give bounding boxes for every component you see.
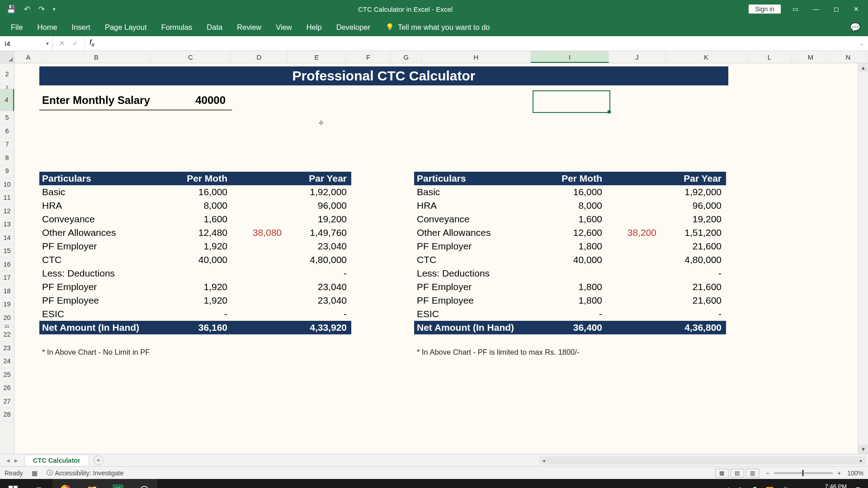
col-header-K[interactable]: K — [665, 51, 747, 63]
row-header-4[interactable]: 4 — [0, 89, 14, 111]
row-header-23[interactable]: 23 — [0, 342, 14, 355]
ribbon-tab-page-layout[interactable]: Page Layout — [98, 19, 154, 36]
col-header-C[interactable]: C — [151, 51, 231, 63]
tab-nav-prev-icon[interactable]: ◂ — [6, 457, 10, 464]
row-header-5[interactable]: 5 — [0, 111, 14, 125]
col-header-J[interactable]: J — [609, 51, 665, 63]
add-sheet-button[interactable]: + — [94, 455, 104, 465]
row-header-25[interactable]: 25 — [0, 368, 14, 382]
row-header-20[interactable]: 20 — [0, 311, 14, 325]
redo-icon[interactable]: ↷ — [38, 5, 45, 14]
row-header-26[interactable]: 26 — [0, 381, 14, 395]
row-header-21[interactable]: 21 — [0, 324, 14, 328]
macro-record-icon[interactable]: ▦ — [32, 469, 38, 477]
maximize-icon[interactable]: ◻ — [831, 5, 842, 13]
cancel-formula-icon[interactable]: ✕ — [59, 39, 65, 47]
close-icon[interactable]: ✕ — [851, 5, 862, 13]
row-header-28[interactable]: 28 — [0, 408, 14, 422]
ribbon-tab-formulas[interactable]: Formulas — [154, 19, 200, 36]
row-header-15[interactable]: 15 — [0, 244, 14, 258]
tab-nav-next-icon[interactable]: ▸ — [14, 457, 18, 464]
page-layout-view-button[interactable]: ▤ — [731, 469, 744, 478]
row-header-6[interactable]: 6 — [0, 125, 14, 138]
row-header-27[interactable]: 27 — [0, 395, 14, 408]
ribbon-tab-home[interactable]: Home — [30, 19, 65, 36]
col-header-F[interactable]: F — [346, 51, 391, 63]
row-header-3[interactable]: 3 — [0, 85, 14, 89]
minimize-icon[interactable]: — — [810, 5, 822, 13]
col-header-A[interactable]: A — [14, 51, 42, 63]
qat-customize-icon[interactable]: ▾ — [53, 6, 56, 12]
col-header-G[interactable]: G — [391, 51, 422, 63]
fx-icon[interactable]: fx — [85, 38, 99, 48]
row-header-8[interactable]: 8 — [0, 151, 14, 165]
col-header-E[interactable]: E — [288, 51, 346, 63]
col-header-L[interactable]: L — [747, 51, 792, 63]
expand-formula-bar-icon[interactable]: ⌄ — [855, 41, 868, 47]
ribbon-tab-view[interactable]: View — [269, 19, 299, 36]
col-header-I[interactable]: I — [531, 51, 609, 63]
taskbar-explorer[interactable]: 📁 — [79, 479, 105, 488]
ribbon-tab-data[interactable]: Data — [199, 19, 230, 36]
sheet-tab-active[interactable]: CTC Calculator — [24, 455, 89, 466]
share-icon[interactable]: 💬 — [850, 22, 861, 33]
sign-in-button[interactable]: Sign in — [749, 5, 781, 14]
ribbon-display-icon[interactable]: ▭ — [790, 5, 801, 13]
chevron-down-icon[interactable]: ▼ — [45, 41, 50, 46]
horizontal-scrollbar[interactable]: ◂ ▸ — [540, 456, 865, 465]
zoom-level[interactable]: 100% — [847, 469, 863, 477]
row-header-16[interactable]: 16 — [0, 258, 14, 272]
scroll-up-icon[interactable]: ▲ — [859, 63, 868, 72]
row-header-19[interactable]: 19 — [0, 298, 14, 311]
ribbon-tab-developer[interactable]: Developer — [329, 19, 377, 36]
zoom-slider[interactable] — [774, 472, 833, 474]
scroll-left-icon[interactable]: ◂ — [540, 456, 548, 465]
taskbar-obs[interactable]: ◯ — [131, 479, 157, 488]
vertical-scrollbar[interactable]: ▲ ▼ — [858, 63, 868, 454]
active-cell-selection[interactable] — [533, 90, 610, 113]
normal-view-button[interactable]: ▦ — [715, 469, 729, 478]
page-break-view-button[interactable]: ▥ — [746, 469, 760, 478]
ribbon-tab-file[interactable]: File — [4, 19, 30, 36]
row-header-18[interactable]: 18 — [0, 285, 14, 298]
salary-entry-value[interactable]: 40000 — [195, 94, 232, 107]
enter-formula-icon[interactable]: ✓ — [72, 39, 78, 47]
row-header-13[interactable]: 13 — [0, 218, 14, 231]
scroll-down-icon[interactable]: ▼ — [859, 445, 868, 454]
row-header-9[interactable]: 9 — [0, 164, 14, 178]
tray-clock[interactable]: 7:46 PM 04-04-2023 — [817, 483, 847, 488]
col-header-D[interactable]: D — [231, 51, 288, 63]
start-button[interactable] — [0, 479, 26, 488]
table-row: ESIC-- — [414, 307, 726, 321]
name-box[interactable]: I4 ▼ — [0, 36, 53, 51]
accessibility-status[interactable]: Accessibility: Investigate — [55, 469, 123, 477]
ribbon-tab-help[interactable]: Help — [299, 19, 329, 36]
zoom-in-button[interactable]: + — [837, 469, 841, 477]
row-header-24[interactable]: 24 — [0, 355, 14, 368]
undo-icon[interactable]: ↶ — [24, 5, 30, 14]
col-header-M[interactable]: M — [792, 51, 830, 63]
save-icon[interactable]: 💾 — [6, 5, 16, 14]
row-header-12[interactable]: 12 — [0, 205, 14, 218]
row-header-22[interactable]: 22 — [0, 328, 14, 342]
row-header-7[interactable]: 7 — [0, 138, 14, 151]
row-header-17[interactable]: 17 — [0, 271, 14, 285]
ribbon-tab-review[interactable]: Review — [230, 19, 269, 36]
zoom-out-button[interactable]: − — [766, 469, 769, 477]
worksheet-grid[interactable]: Professional CTC Calculator Enter Monthl… — [14, 63, 858, 454]
col-header-B[interactable]: B — [42, 51, 151, 63]
taskbar-chrome[interactable] — [52, 479, 79, 488]
ribbon-tab-insert[interactable]: Insert — [65, 19, 98, 36]
select-all-corner[interactable] — [0, 51, 14, 63]
scroll-right-icon[interactable]: ▸ — [857, 456, 865, 465]
col-header-H[interactable]: H — [422, 51, 531, 63]
accessibility-icon[interactable]: ⓘ — [47, 469, 53, 477]
row-header-14[interactable]: 14 — [0, 231, 14, 245]
tell-me-input[interactable]: Tell me what you want to do — [398, 23, 490, 32]
task-view-button[interactable]: ⧉ — [26, 479, 52, 488]
row-header-11[interactable]: 11 — [0, 191, 14, 205]
row-header-10[interactable]: 10 — [0, 178, 14, 192]
col-header-N[interactable]: N — [830, 51, 867, 63]
taskbar-excel[interactable]: X — [105, 479, 131, 488]
row-header-2[interactable]: 2 — [0, 63, 14, 85]
